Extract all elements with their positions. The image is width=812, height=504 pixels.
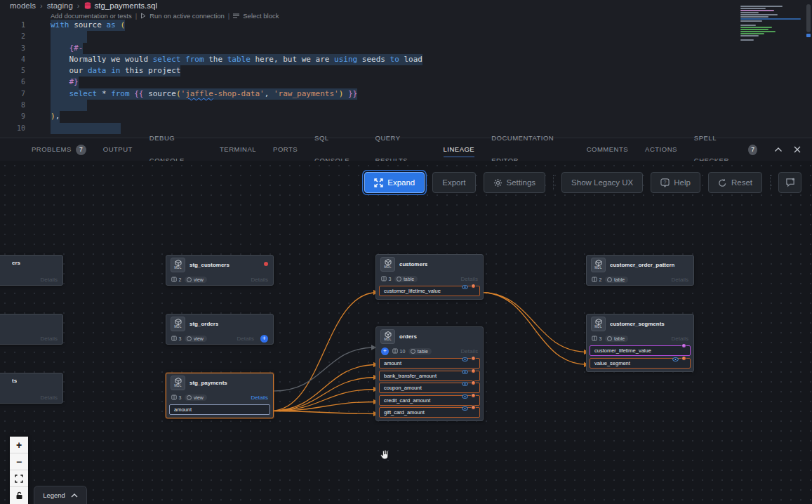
details-link[interactable]: Details xyxy=(461,348,478,354)
breadcrumb-models[interactable]: models xyxy=(10,1,36,10)
line-number: 6 xyxy=(0,77,25,88)
tab-actions[interactable]: ACTIONS xyxy=(645,138,677,161)
codelens-add-docs[interactable]: Add documentation or tests xyxy=(51,12,132,20)
lock-button[interactable] xyxy=(10,487,28,504)
details-link[interactable]: Details xyxy=(41,394,58,401)
tab-lineage[interactable]: LINEAGE xyxy=(444,138,475,161)
lineage-canvas[interactable]: ersDetailsDetailstsDetailsMDLstg_custome… xyxy=(0,161,812,504)
tab-terminal[interactable]: TERMINAL xyxy=(220,138,256,161)
code-line-9[interactable]: 9), xyxy=(0,111,812,122)
column-coupon_amount[interactable]: coupon_amount xyxy=(379,383,480,393)
tab-comments[interactable]: COMMENTS xyxy=(587,138,628,161)
column-eye-icon xyxy=(462,285,468,289)
breadcrumb-staging[interactable]: staging xyxy=(47,1,73,10)
code-line-5[interactable]: 5 our data in this project xyxy=(0,65,812,77)
editor-scrollbar[interactable] xyxy=(805,3,811,46)
tab-spell-checker[interactable]: SPELL CHECKER7 xyxy=(694,138,757,161)
column-amount[interactable]: amount xyxy=(379,358,480,369)
breadcrumb-file[interactable]: stg_payments.sql xyxy=(84,1,158,10)
column-port-dot xyxy=(471,380,476,385)
details-link[interactable]: Details xyxy=(41,277,58,283)
tab-debug-console[interactable]: DEBUG CONSOLE xyxy=(149,138,203,161)
lineage-node-orders[interactable]: MDLorders+10tableDetailsamountbank_trans… xyxy=(375,326,484,421)
lineage-node-stg_customers[interactable]: MDLstg_customers2viewDetails xyxy=(166,255,274,286)
details-link[interactable]: Details xyxy=(461,276,478,282)
line-content: select * from {{ source('jaffle-shop-dat… xyxy=(51,88,357,100)
materialization-badge: view xyxy=(185,394,207,401)
column-bank_transfer_amount[interactable]: bank_transfer_amount xyxy=(379,371,480,381)
column-value_segment[interactable]: value_segment xyxy=(590,358,691,369)
lineage-node-partial_a[interactable]: ersDetails xyxy=(0,255,63,286)
tab-documentation-editor[interactable]: DOCUMENTATION EDITOR xyxy=(491,138,569,161)
column-count: 10 xyxy=(392,348,405,354)
tab-problems[interactable]: PROBLEMS7 xyxy=(32,138,86,161)
column-credit_card_amount[interactable]: credit_card_amount xyxy=(379,395,480,406)
zoom-out-button[interactable]: − xyxy=(10,453,28,470)
scrollbar-thumb[interactable] xyxy=(806,4,811,32)
materialization-icon xyxy=(187,336,192,341)
mdl-badge-icon: MDL xyxy=(380,329,395,344)
panel-close-icon[interactable] xyxy=(794,146,801,153)
code-line-8[interactable]: 8 xyxy=(0,100,812,111)
help-button[interactable]: ? Help xyxy=(651,172,700,193)
tab-ports[interactable]: PORTS xyxy=(273,138,298,161)
panel-maximize-icon[interactable] xyxy=(774,147,783,152)
legend-toggle[interactable]: Legend xyxy=(34,486,87,504)
column-eye-icon xyxy=(462,382,468,386)
tab-output[interactable]: OUTPUT xyxy=(103,138,133,161)
code-line-3[interactable]: 3 {#- xyxy=(0,43,812,54)
column-customer_lifetime_value[interactable]: customer_lifetime_value xyxy=(590,345,691,356)
lineage-node-customer_segments[interactable]: MDLcustomer_segments3tableDetailscustome… xyxy=(586,314,694,372)
code-lines[interactable]: 1with source as (23 {#-4 Normally we wou… xyxy=(0,20,812,134)
panel-tab-bar: PROBLEMS7OUTPUTDEBUG CONSOLETERMINALPORT… xyxy=(0,138,812,161)
tab-query-results[interactable]: QUERY RESULTS xyxy=(375,138,427,161)
show-legacy-ux-button[interactable]: Show Legacy UX xyxy=(561,172,643,193)
column-port-dot xyxy=(471,356,476,361)
expand-button[interactable]: Expand xyxy=(364,172,425,193)
details-link[interactable]: Details xyxy=(41,336,58,342)
zoom-in-button[interactable]: + xyxy=(10,437,28,453)
scrollbar-selection-marker xyxy=(806,34,811,37)
column-gift_card_amount[interactable]: gift_card_amount xyxy=(379,407,480,418)
line-number: 4 xyxy=(0,54,25,65)
code-line-1[interactable]: 1with source as ( xyxy=(0,20,812,31)
lineage-node-stg_orders[interactable]: MDLstg_orders3viewDetails+ xyxy=(166,314,274,345)
column-port-dot xyxy=(681,343,686,348)
lineage-node-stg_payments[interactable]: MDLstg_payments3viewDetailsamount xyxy=(166,373,274,418)
breadcrumb[interactable]: models › staging › stg_payments.sql xyxy=(0,0,812,11)
details-link[interactable]: Details xyxy=(672,336,688,342)
bottom-panel: PROBLEMS7OUTPUTDEBUG CONSOLETERMINALPORT… xyxy=(0,138,812,504)
code-editor[interactable]: models › staging › stg_payments.sql Add … xyxy=(0,0,812,138)
export-button[interactable]: Export xyxy=(432,172,475,193)
feedback-button[interactable] xyxy=(778,172,801,193)
codelens-run[interactable]: Run on active connection xyxy=(149,12,225,20)
lineage-node-customers[interactable]: MDLcustomers3tableDetailscustomer_lifeti… xyxy=(375,254,484,300)
fit-view-button[interactable] xyxy=(10,470,28,487)
code-line-6[interactable]: 6 #} xyxy=(0,77,812,88)
settings-button[interactable]: Settings xyxy=(484,172,546,193)
materialization-icon xyxy=(187,395,192,400)
column-amount[interactable]: amount xyxy=(169,404,270,415)
code-line-7[interactable]: 7 select * from {{ source('jaffle-shop-d… xyxy=(0,88,812,100)
expand-upstream-button[interactable]: + xyxy=(381,347,389,355)
minimap[interactable] xyxy=(740,6,801,45)
details-link[interactable]: Details xyxy=(251,394,268,401)
code-line-4[interactable]: 4 Normally we would select from the tabl… xyxy=(0,54,812,65)
materialization-badge: table xyxy=(408,348,432,354)
line-number: 8 xyxy=(0,100,25,111)
mdl-badge-icon: MDL xyxy=(591,258,606,272)
codelens-select-block[interactable]: Select block xyxy=(243,12,279,20)
details-link[interactable]: Details xyxy=(251,277,268,283)
lineage-node-customer_order_pattern[interactable]: MDLcustomer_order_pattern2tableDetails xyxy=(586,255,694,286)
details-link[interactable]: Details xyxy=(237,336,254,342)
lineage-node-partial_c[interactable]: tsDetails xyxy=(0,373,63,404)
code-line-2[interactable]: 2 xyxy=(0,31,812,42)
lineage-node-partial_b[interactable]: Details xyxy=(0,314,63,345)
tab-sql-console[interactable]: SQL CONSOLE xyxy=(314,138,358,161)
column-customer_lifetime_value[interactable]: customer_lifetime_value xyxy=(379,286,480,296)
column-count-icon xyxy=(392,348,398,354)
reset-button[interactable]: Reset xyxy=(708,172,762,193)
details-link[interactable]: Details xyxy=(672,277,688,283)
mdl-badge-icon: MDL xyxy=(380,257,395,272)
expand-downstream-button[interactable]: + xyxy=(260,335,268,343)
